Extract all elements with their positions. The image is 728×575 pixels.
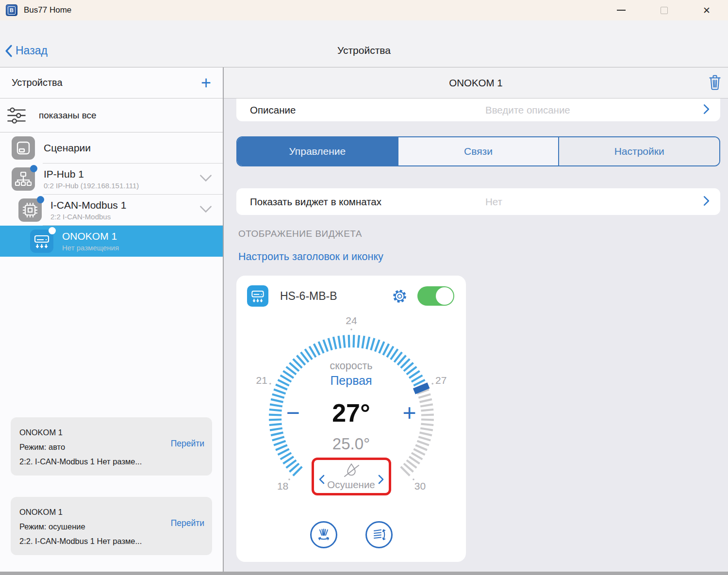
svg-text:24: 24 [346, 315, 357, 326]
device-title: ONOKOM 1 [62, 230, 119, 242]
close-button[interactable]: ✕ [685, 0, 728, 20]
chevron-right-icon [703, 196, 710, 208]
device-detail-panel: ONOKOM 1 Описание Введите описание [224, 67, 728, 572]
nav-bar: Назад Устройства [0, 20, 728, 67]
sidebar-title: Устройства [12, 77, 63, 88]
add-device-button[interactable]: + [201, 76, 211, 90]
app-logo-icon: B [6, 4, 17, 16]
delete-device-button[interactable] [709, 75, 721, 92]
ac-widget-icon [247, 285, 268, 307]
title-bar: B Bus77 Home ✕ [0, 0, 728, 20]
description-placeholder: Введите описание [485, 104, 570, 116]
device-name-title: ONOKOM 1 [449, 77, 503, 89]
close-icon: ✕ [703, 5, 711, 16]
note-title: ONOKOM 1 [19, 425, 203, 440]
svg-text:18: 18 [277, 480, 288, 492]
notification-card: ONOKOM 1 Режим: осушение 2:2. I-CAN-Modb… [11, 497, 212, 555]
ip-hub-icon [12, 167, 35, 191]
swing-buttons [236, 521, 466, 548]
maximize-button[interactable] [643, 0, 685, 20]
increase-temp-button[interactable]: + [399, 399, 420, 427]
svg-text:30: 30 [414, 480, 425, 492]
fan-speed-value: Первая [245, 374, 458, 388]
window-controls: ✕ [600, 0, 728, 20]
sidebar-item-onokom[interactable]: ONOKOM 1 Нет размещения [0, 226, 223, 257]
sidebar-header: Устройства + [0, 67, 223, 99]
chevron-down-icon[interactable] [199, 205, 212, 215]
scenarios-icon [12, 136, 35, 160]
show-widget-value: Нет [485, 196, 502, 208]
widget-header: HS-6-MB-B [247, 285, 454, 307]
bus77-home-window: B Bus77 Home ✕ Назад Устройства Устройст… [0, 0, 728, 575]
vertical-swing-icon [370, 526, 388, 543]
notifications-area: ONOKOM 1 Режим: авто 2:2. I-CAN-Modbus 1… [0, 396, 223, 572]
device-subtitle: 0:2 IP-Hub (192.168.151.111) [44, 181, 139, 190]
tab-bar: Управление Связи Настройки [236, 136, 720, 166]
toggle-knob [436, 287, 453, 305]
detail-header: ONOKOM 1 [224, 67, 728, 99]
sidebar-item-ip-hub[interactable]: IP-Hub 1 0:2 IP-Hub (192.168.151.111) [0, 164, 223, 195]
device-widget-card: HS-6-MB-B [236, 276, 466, 562]
status-badge [49, 227, 56, 234]
chevron-down-icon[interactable] [199, 174, 212, 184]
filter-sliders-icon [7, 107, 26, 124]
widget-settings-button[interactable] [392, 288, 408, 304]
detail-content: Описание Введите описание Управление Свя… [224, 99, 728, 572]
status-badge [37, 196, 44, 203]
decrease-temp-button[interactable]: − [282, 399, 304, 427]
mode-label: Осушение [314, 479, 389, 491]
note-path: 2:2. I-CAN-Modbus 1 Нет разме... [19, 454, 203, 469]
notification-card: ONOKOM 1 Режим: авто 2:2. I-CAN-Modbus 1… [11, 417, 212, 476]
status-badge [30, 165, 37, 172]
vertical-swing-button[interactable] [365, 521, 393, 548]
tab-settings[interactable]: Настройки [559, 137, 719, 165]
go-to-link[interactable]: Перейти [171, 518, 204, 528]
fan-speed-label: скорость [245, 360, 458, 372]
device-title: I-CAN-Modbus 1 [50, 199, 126, 211]
device-list: Сценарии IP-Hub 1 [0, 132, 223, 257]
description-label: Описание [250, 104, 296, 116]
trash-icon [709, 75, 721, 90]
note-path: 2:2. I-CAN-Modbus 1 Нет разме... [19, 534, 203, 548]
description-row[interactable]: Описание Введите описание [236, 99, 720, 121]
tab-control[interactable]: Управление [237, 137, 398, 165]
window-title: Bus77 Home [24, 5, 71, 15]
filter-label: показаны все [39, 110, 97, 121]
filter-row[interactable]: показаны все [0, 99, 223, 132]
configure-title-icon-link[interactable]: Настроить заголовок и иконку [238, 251, 383, 263]
show-widget-row[interactable]: Показать виджет в комнатах Нет [236, 188, 720, 215]
device-subtitle: 2:2 I-CAN-Modbus [50, 213, 126, 221]
widget-enabled-toggle[interactable] [417, 286, 454, 306]
setpoint-temperature: 27° [320, 398, 382, 427]
mode-selector-highlight: Осушение [312, 458, 391, 495]
horizontal-swing-button[interactable] [310, 521, 337, 548]
ac-unit-icon [30, 230, 53, 253]
device-title: IP-Hub 1 [44, 168, 139, 180]
tab-links[interactable]: Связи [398, 137, 560, 165]
device-title: Сценарии [44, 142, 91, 154]
widget-display-section-label: ОТОБРАЖЕНИЕ ВИДЖЕТА [238, 229, 720, 239]
page-title: Устройства [0, 45, 728, 56]
device-subtitle: Нет размещения [62, 244, 119, 252]
sidebar-item-scenarios[interactable]: Сценарии [0, 132, 223, 164]
minimize-button[interactable] [600, 0, 643, 20]
gear-icon [392, 288, 408, 304]
current-temperature: 25.0° [245, 435, 458, 453]
widget-device-name: HS-6-MB-B [280, 290, 337, 303]
modbus-chip-icon [18, 198, 42, 222]
devices-sidebar: Устройства + показаны все [0, 67, 224, 572]
chevron-right-icon [703, 104, 710, 116]
note-title: ONOKOM 1 [19, 505, 203, 519]
sidebar-item-i-can-modbus[interactable]: I-CAN-Modbus 1 2:2 I-CAN-Modbus [0, 195, 223, 226]
setpoint-controls: − 27° + [245, 398, 458, 427]
maximize-icon [661, 7, 668, 14]
minimize-icon [617, 10, 626, 11]
window-bottom-edge [0, 572, 728, 575]
show-widget-label: Показать виджет в комнатах [250, 196, 381, 208]
horizontal-swing-icon [314, 526, 333, 543]
go-to-link[interactable]: Перейти [171, 439, 204, 449]
thermostat-dial: 1821242730 скорость Первая − 27° + 25.0° [245, 311, 458, 524]
